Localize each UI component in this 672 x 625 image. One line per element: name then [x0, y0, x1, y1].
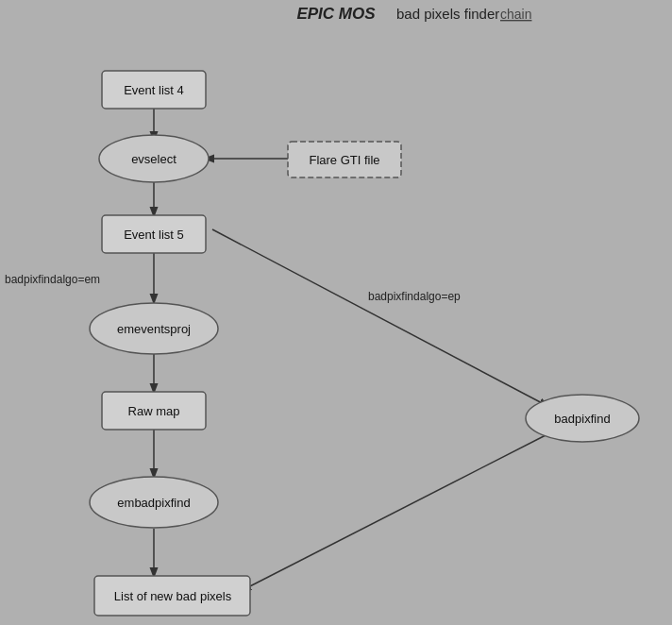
- algo-ep-label: badpixfindalgo=ep: [368, 290, 461, 303]
- event-list-4-label: Event list 4: [124, 83, 184, 97]
- chain-link[interactable]: chain: [500, 7, 531, 22]
- evselect-label: evselect: [131, 152, 176, 166]
- app-title: EPIC MOS: [296, 5, 376, 23]
- raw-map-label: Raw map: [128, 404, 180, 418]
- algo-em-label: badpixfindalgo=em: [5, 273, 100, 286]
- emeventsproj-label: emeventsproj: [117, 322, 191, 336]
- embadpixfind-label: embadpixfind: [117, 496, 190, 510]
- list-bad-pixels-label: List of new bad pixels: [114, 589, 232, 603]
- arrow-eventlist5-badpixfind: [212, 229, 547, 406]
- app-subtitle: bad pixels finder: [396, 6, 499, 22]
- arrow-badpixfind-listbadpixels: [243, 434, 547, 590]
- badpixfind-label: badpixfind: [554, 412, 610, 426]
- flare-gti-label: Flare GTI file: [309, 153, 379, 167]
- event-list-5-label: Event list 5: [124, 228, 184, 242]
